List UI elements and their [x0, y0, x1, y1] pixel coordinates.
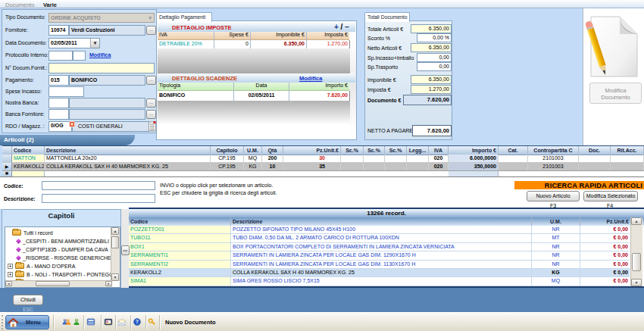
svg-text:?: ? — [136, 319, 139, 324]
